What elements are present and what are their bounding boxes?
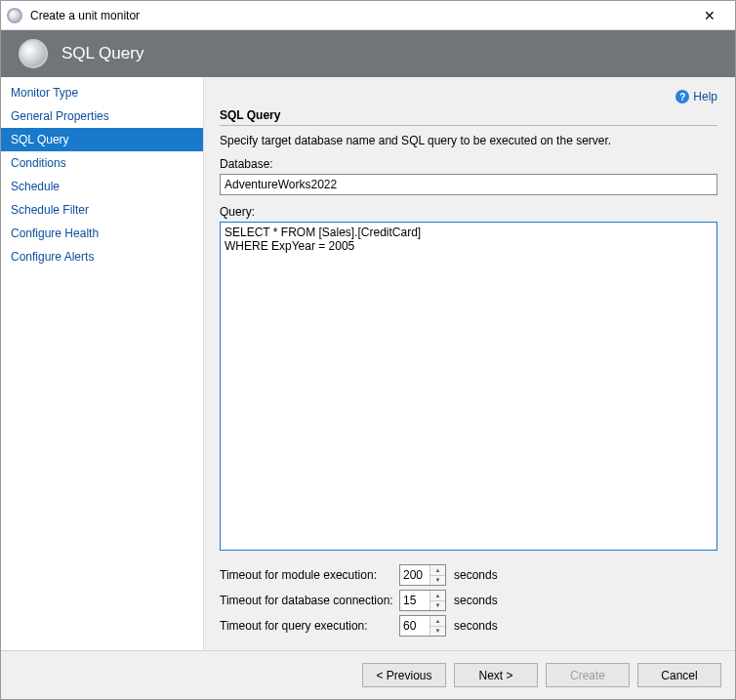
help-link[interactable]: Help <box>693 90 717 103</box>
timeout-module-input[interactable] <box>400 565 429 585</box>
sidebar-item-general-properties[interactable]: General Properties <box>1 104 203 128</box>
spinner-down-icon[interactable]: ▼ <box>430 601 445 611</box>
window-title: Create a unit monitor <box>30 9 140 22</box>
cancel-button[interactable]: Cancel <box>637 663 721 687</box>
main-panel: ? Help SQL Query Specify target database… <box>204 77 735 650</box>
help-icon: ? <box>675 90 689 103</box>
help-row: ? Help <box>220 85 717 108</box>
wizard-footer: < Previous Next > Create Cancel <box>1 650 735 699</box>
database-label: Database: <box>220 157 717 171</box>
sidebar-item-sql-query[interactable]: SQL Query <box>1 128 203 151</box>
create-button: Create <box>546 663 630 687</box>
sidebar-item-conditions[interactable]: Conditions <box>1 151 203 175</box>
timeout-module-spinner[interactable]: ▲ ▼ <box>399 564 446 586</box>
next-button[interactable]: Next > <box>454 663 538 687</box>
titlebar: Create a unit monitor ✕ <box>1 1 735 30</box>
spinner-down-icon[interactable]: ▼ <box>430 576 445 586</box>
timeout-query-unit: seconds <box>454 619 498 633</box>
wizard-icon <box>19 39 48 68</box>
section-title: SQL Query <box>220 108 717 126</box>
timeout-query-spinner[interactable]: ▲ ▼ <box>399 615 446 637</box>
query-label: Query: <box>220 205 717 219</box>
sidebar-item-schedule[interactable]: Schedule <box>1 175 203 198</box>
sidebar-item-schedule-filter[interactable]: Schedule Filter <box>1 198 203 222</box>
sidebar-item-configure-health[interactable]: Configure Health <box>1 222 203 245</box>
timeout-query-input[interactable] <box>400 616 429 636</box>
timeout-db-label: Timeout for database connection: <box>220 594 399 607</box>
content-area: Monitor Type General Properties SQL Quer… <box>1 77 735 650</box>
spinner-up-icon[interactable]: ▲ <box>430 591 445 601</box>
close-button[interactable]: ✕ <box>690 1 729 30</box>
sidebar-item-monitor-type[interactable]: Monitor Type <box>1 81 203 104</box>
timeout-db-row: Timeout for database connection: ▲ ▼ sec… <box>220 588 717 613</box>
wizard-step-title: SQL Query <box>61 44 143 63</box>
spinner-buttons: ▲ ▼ <box>429 616 445 636</box>
timeout-query-row: Timeout for query execution: ▲ ▼ seconds <box>220 613 717 638</box>
section-subtitle: Specify target database name and SQL que… <box>220 134 717 147</box>
database-input[interactable] <box>220 174 717 195</box>
timeout-db-spinner[interactable]: ▲ ▼ <box>399 590 446 611</box>
spinner-buttons: ▲ ▼ <box>429 565 445 585</box>
timeout-module-label: Timeout for module execution: <box>220 568 399 582</box>
query-textarea[interactable] <box>220 222 717 551</box>
previous-button[interactable]: < Previous <box>362 663 446 687</box>
sidebar-item-configure-alerts[interactable]: Configure Alerts <box>1 245 203 268</box>
wizard-sidebar: Monitor Type General Properties SQL Quer… <box>1 77 204 650</box>
spinner-up-icon[interactable]: ▲ <box>430 565 445 576</box>
spinner-down-icon[interactable]: ▼ <box>430 627 445 637</box>
timeout-module-unit: seconds <box>454 568 498 582</box>
wizard-header: SQL Query <box>1 30 735 77</box>
spinner-buttons: ▲ ▼ <box>429 591 445 610</box>
spinner-up-icon[interactable]: ▲ <box>430 616 445 627</box>
timeout-module-row: Timeout for module execution: ▲ ▼ second… <box>220 562 717 588</box>
timeout-query-label: Timeout for query execution: <box>220 619 399 633</box>
timeout-db-input[interactable] <box>400 591 429 610</box>
app-icon <box>7 8 22 23</box>
timeout-db-unit: seconds <box>454 594 498 607</box>
